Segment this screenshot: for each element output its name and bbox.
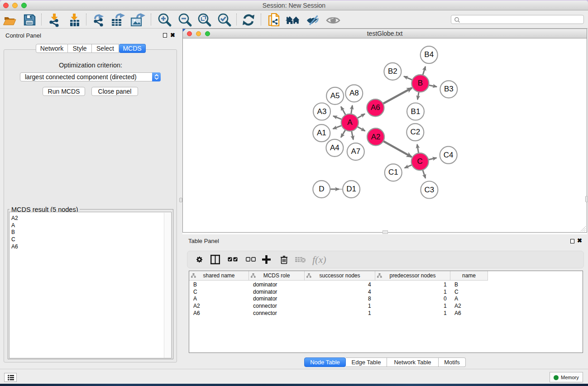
svg-text:C2: C2 [410,128,420,136]
svg-text:D1: D1 [346,185,356,193]
svg-text:A8: A8 [349,89,359,97]
svg-text:B2: B2 [388,67,397,76]
svg-text:B: B [418,79,423,87]
svg-text:B3: B3 [444,85,454,93]
svg-text:C3: C3 [425,186,435,194]
svg-text:A6: A6 [371,103,380,112]
svg-text:A5: A5 [330,91,340,100]
svg-text:A3: A3 [317,107,327,116]
svg-text:A2: A2 [371,133,381,141]
svg-text:B4: B4 [424,50,434,59]
svg-text:A1: A1 [317,129,326,137]
svg-text:C: C [417,157,423,166]
svg-text:D: D [319,185,324,193]
svg-text:A4: A4 [330,143,339,152]
svg-text:C4: C4 [444,151,454,159]
svg-text:C1: C1 [388,168,398,176]
svg-text:A7: A7 [351,147,360,156]
svg-text:B1: B1 [411,107,421,116]
svg-text:A: A [347,118,353,127]
